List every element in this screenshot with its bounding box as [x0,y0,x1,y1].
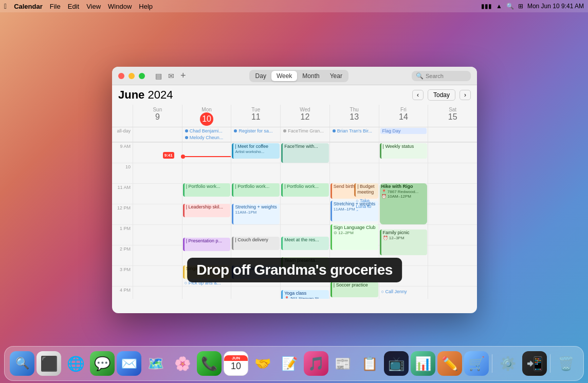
event-fri-call[interactable]: ○ Call Jenny [380,289,428,299]
dock-maps[interactable]: 🗺️ [143,351,168,376]
all-day-thu[interactable]: Brian Tran's Bir... [329,127,379,142]
event-tue-coffee[interactable]: | Meet for coffee Artist worksho... [232,143,280,159]
event-fri-picnic[interactable]: Family picnic ⏰ 12–3PM [380,229,428,255]
menu-help[interactable]: Help [139,3,153,10]
event-fri-hike[interactable]: Hike with Rigo 📍 7867 Redwood... ⏰ 10AM–… [380,183,428,224]
cal-header: June 2024 ‹ Today › [112,85,477,105]
event-mon-leadership[interactable]: | Leadership skil... [183,204,231,217]
dock-iphone[interactable]: 📲 [522,351,547,376]
event-wed-yoga[interactable]: Yoga class 📍 501 Stanyan St... ⏰ 4–5:30P… [281,290,329,299]
dock-reminders[interactable]: 📝 [277,351,302,376]
all-day-sat[interactable] [428,127,477,142]
event-mon-presentation[interactable]: | Presentation p... [183,238,231,251]
event-wed-portfolio[interactable]: | Portfolio work... [281,183,329,197]
time-2pm: 2 PM [112,245,133,265]
dock-pages[interactable]: ✏️ [437,351,462,376]
search-box[interactable]: 🔍 [412,71,471,81]
view-month-button[interactable]: Month [297,71,324,81]
sidebar-toggle-icon[interactable]: ▤ [155,72,162,80]
view-day-button[interactable]: Day [250,71,271,81]
dock-photos[interactable]: 🌸 [170,351,195,376]
day-header-sun: Sun 9 [133,105,182,127]
search-input[interactable] [426,73,467,79]
event-fri-weekly[interactable]: | Weekly status [380,143,428,159]
menubar:  Calendar File Edit View Window Help ▮▮… [0,0,588,12]
app-name[interactable]: Calendar [14,3,43,10]
dock-calendar[interactable]: JUN 10 [224,351,248,376]
dock-messages[interactable]: 💬 [90,351,115,376]
sun-col[interactable] [133,142,182,299]
sat-col[interactable] [428,142,477,299]
wifi-icon: ▲ [496,3,502,10]
minimize-button[interactable] [128,73,135,79]
event-tooltip: Drop off Grandma's groceries [187,258,402,282]
time-3pm: 3 PM [112,265,133,286]
dock-tv[interactable]: 📺 [384,351,409,376]
calendar-title: June 2024 [118,88,173,102]
window-titlebar: ▤ ✉ + Day Week Month Year 🔍 [112,67,477,85]
all-day-wed[interactable]: FaceTime Gran... [280,127,329,142]
time-1pm: 1 PM [112,224,133,245]
menu-edit[interactable]: Edit [68,3,79,10]
inbox-icon[interactable]: ✉ [168,72,174,80]
dock-music[interactable]: 🎵 [304,351,328,376]
maximize-button[interactable] [139,73,145,79]
all-day-sun[interactable] [133,127,182,142]
all-day-event-wed-1[interactable]: FaceTime Gran... [282,128,328,134]
all-day-fri[interactable]: Flag Day [379,127,428,142]
all-day-event-thu-1[interactable]: Brian Tran's Bir... [331,128,378,134]
dock-numbers[interactable]: 📊 [411,351,435,376]
day-header-mon: Mon 10 [182,105,231,127]
add-event-button[interactable]: + [180,70,186,81]
dock-mail[interactable]: ✉️ [117,351,141,376]
close-button[interactable] [118,73,124,79]
all-day-mon[interactable]: Chad Benjami... Melody Cheun... [182,127,231,142]
view-week-button[interactable]: Week [271,71,297,81]
dock-freeform[interactable]: 📋 [357,351,382,376]
nav-next-button[interactable]: › [460,90,471,100]
dock-launchpad[interactable]: ⬛ [36,351,61,376]
all-day-label: all-day [112,127,133,142]
dock-safari[interactable]: 🌐 [63,351,88,376]
event-tue-stretching[interactable]: Stretching + weights 11AM–1PM [232,204,280,224]
time-9am: 9 AM [112,142,133,163]
event-mon-portfolio[interactable]: | Portfolio work... [183,183,231,197]
dock-finder[interactable]: 🔍 [10,351,34,376]
menu-window[interactable]: Window [108,3,132,10]
dock-contacts[interactable]: 🤝 [250,351,275,376]
dock: 🔍 ⬛ 🌐 💬 ✉️ 🗺️ 🌸 📞 JUN 10 🤝 📝 🎵 📰 📋 📺 📊 ✏… [4,346,584,381]
menu-file[interactable]: File [50,3,61,10]
current-time-dot [181,155,185,159]
battery-icon: ▮▮▮ [481,3,492,10]
menu-view[interactable]: View [86,3,101,10]
all-day-tue[interactable]: Register for sa... [231,127,280,142]
all-day-event-tue-1[interactable]: Register for sa... [232,128,279,134]
event-thu-soccer[interactable]: | Soccer practice [330,282,378,297]
dock-facetime[interactable]: 📞 [197,351,222,376]
day-header-sat: Sat 15 [428,105,477,127]
dock-separator [492,354,492,373]
search-menubar-icon[interactable]: 🔍 [506,3,514,10]
menubar-left:  Calendar File Edit View Window Help [4,2,153,10]
event-thu-luna[interactable]: ○ Take Luna to th... [354,198,378,211]
dock-appstore[interactable]: 🛒 [464,351,489,376]
view-year-button[interactable]: Year [325,71,347,81]
event-wed-facetime[interactable]: FaceTime with... [281,143,329,163]
dock-sysprefs[interactable]: ⚙️ [495,351,520,376]
view-switcher: Day Week Month Year [249,70,348,82]
day-header-wed: Wed 12 [280,105,329,127]
event-tue-couch[interactable]: | Couch delivery [232,237,280,250]
nav-prev-button[interactable]: ‹ [412,90,424,100]
today-button[interactable]: Today [428,89,455,101]
event-wed-meet[interactable]: Meet at the res... [281,237,329,250]
all-day-event-mon-1[interactable]: Chad Benjami... [183,128,230,134]
event-tue-portfolio[interactable]: | Portfolio work... [232,183,280,197]
all-day-event-fri-1[interactable]: Flag Day [380,128,427,134]
dock-news[interactable]: 📰 [330,351,355,376]
dock-trash[interactable]: 🗑️ [554,351,578,376]
event-thu-budget[interactable]: | Budget meeting [354,183,378,197]
control-center-icon[interactable]: ⊞ [518,3,523,10]
apple-menu[interactable]:  [4,2,7,10]
event-thu-sign-language[interactable]: Sign Language Club ⊙ 12–2PM [330,224,378,250]
all-day-event-mon-2[interactable]: Melody Cheun... [183,135,230,141]
